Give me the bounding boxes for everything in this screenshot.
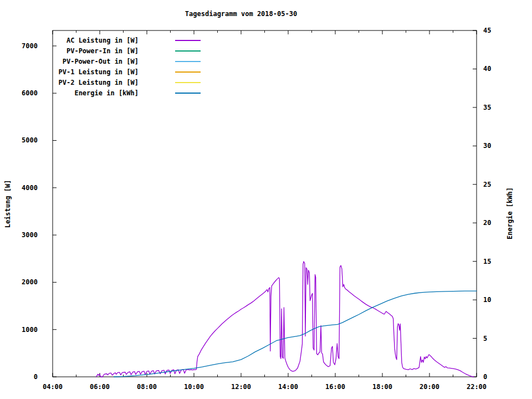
y-right-tick-label: 30 <box>483 142 491 150</box>
y-right-tick-label: 0 <box>483 373 487 381</box>
legend-label: Energie in [kWh] <box>74 89 139 97</box>
legend-item: PV-Power-In in [W] <box>66 47 201 55</box>
y-right-tick-label: 25 <box>483 181 491 188</box>
legend-label: PV-Power-In in [W] <box>66 47 139 55</box>
x-tick-label: 10:00 <box>184 383 204 391</box>
y-right-tick-label: 15 <box>483 258 491 265</box>
y-right-tick-label: 35 <box>483 104 491 111</box>
y-left-tick-label: 0 <box>34 373 38 381</box>
legend-item: Energie in [kWh] <box>74 89 201 97</box>
x-tick-label: 14:00 <box>278 383 298 391</box>
x-tick-label: 16:00 <box>325 383 345 391</box>
legend-item: AC Leistung in [W] <box>66 37 201 44</box>
x-tick-label: 20:00 <box>420 383 439 391</box>
x-tick-label: 12:00 <box>231 383 251 391</box>
y-left-tick-label: 6000 <box>22 89 38 97</box>
plot-svg: 04:0006:0008:0010:0012:0014:0016:0018:00… <box>0 0 532 399</box>
y-left-tick-label: 7000 <box>22 42 38 50</box>
y-left-tick-label: 3000 <box>22 231 38 239</box>
y-left-tick-label: 1000 <box>22 326 38 334</box>
y-right-tick-label: 20 <box>483 219 491 227</box>
y-right-tick-label: 45 <box>483 27 491 34</box>
series-line-ac-leistung-in-w <box>96 262 474 377</box>
x-tick-label: 18:00 <box>372 383 392 391</box>
y-right-axis-title: Energie [kWh] <box>506 187 514 239</box>
y-right-tick-label: 10 <box>483 296 491 304</box>
y-left-tick-label: 5000 <box>22 136 38 144</box>
legend-label: AC Leistung in [W] <box>66 37 139 44</box>
x-tick-label: 08:00 <box>137 383 157 391</box>
legend-label: PV-1 Leistung in [W] <box>59 68 139 76</box>
legend-label: PV-2 Leistung in [W] <box>59 79 139 86</box>
legend-item: PV-2 Leistung in [W] <box>59 79 201 86</box>
x-tick-label: 22:00 <box>467 383 487 391</box>
y-right-tick-label: 40 <box>483 65 491 73</box>
legend-item: PV-1 Leistung in [W] <box>59 68 201 76</box>
x-tick-label: 06:00 <box>90 383 110 391</box>
x-tick-label: 04:00 <box>43 383 63 391</box>
y-right-tick-label: 5 <box>483 335 487 342</box>
legend-label: PV-Power-Out in [W] <box>63 58 139 65</box>
y-left-tick-label: 2000 <box>22 278 38 286</box>
series-line-energie-in-kwh <box>114 291 477 377</box>
y-left-tick-label: 4000 <box>22 184 38 192</box>
y-left-axis-title: Leistung [W] <box>4 180 12 228</box>
legend-item: PV-Power-Out in [W] <box>63 58 201 65</box>
tagesdiagramm-chart-page: Tagesdiagramm vom 2018-05-30 04:0006:000… <box>0 0 532 399</box>
